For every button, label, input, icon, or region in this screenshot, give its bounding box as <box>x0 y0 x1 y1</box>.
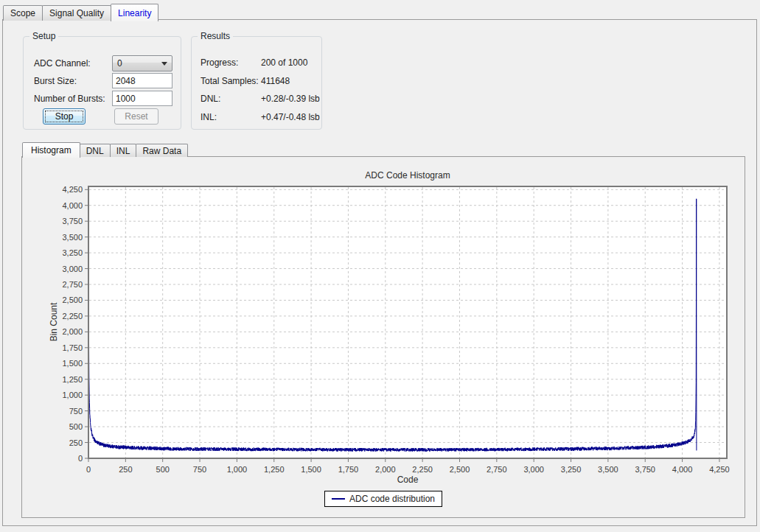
svg-text:750: 750 <box>69 407 83 416</box>
svg-text:1,250: 1,250 <box>62 375 83 384</box>
legend-entry-label: ADC code distribution <box>349 494 435 504</box>
chevron-down-icon <box>161 62 167 66</box>
stop-button[interactable]: Stop <box>43 108 86 125</box>
chart-tab-strip: Histogram DNL INL Raw Data <box>22 142 188 157</box>
tab-scope[interactable]: Scope <box>3 5 43 21</box>
svg-text:1,000: 1,000 <box>62 391 83 399</box>
svg-text:2,500: 2,500 <box>450 465 470 474</box>
adc-channel-label: ADC Channel: <box>34 58 91 69</box>
tab-raw-data[interactable]: Raw Data <box>136 144 188 157</box>
svg-text:2,250: 2,250 <box>412 465 433 474</box>
tab-dnl[interactable]: DNL <box>80 144 111 157</box>
svg-text:2,750: 2,750 <box>487 465 507 474</box>
setup-groupbox: Setup ADC Channel: 0 Burst Size: Number … <box>23 36 181 130</box>
dnl-value: +0.28/-0.39 lsb <box>261 94 320 104</box>
histogram-tab-panel: ADC Code Histogram Bin Count 02505007501… <box>21 156 745 518</box>
svg-text:3,500: 3,500 <box>598 465 618 474</box>
inl-label: INL: <box>201 112 217 122</box>
results-group-title: Results <box>198 31 233 41</box>
legend-line-sample-icon <box>332 498 345 500</box>
svg-text:3,000: 3,000 <box>62 265 83 273</box>
svg-text:3,250: 3,250 <box>62 248 83 257</box>
svg-text:1,500: 1,500 <box>62 359 83 368</box>
svg-text:2,250: 2,250 <box>62 312 83 321</box>
tab-histogram[interactable]: Histogram <box>22 142 80 158</box>
svg-text:250: 250 <box>119 465 132 474</box>
svg-text:3,750: 3,750 <box>62 217 83 225</box>
setup-group-title: Setup <box>29 31 58 41</box>
total-samples-label: Total Samples: <box>201 76 259 86</box>
svg-text:2,000: 2,000 <box>375 465 396 474</box>
svg-text:1,250: 1,250 <box>264 465 285 474</box>
adc-channel-selected-value: 0 <box>117 58 161 69</box>
number-of-bursts-input[interactable] <box>112 91 172 106</box>
tab-signal-quality[interactable]: Signal Quality <box>42 5 111 21</box>
svg-text:750: 750 <box>193 465 206 474</box>
total-samples-value: 411648 <box>261 76 290 86</box>
stop-button-label: Stop <box>55 111 74 122</box>
svg-text:3,000: 3,000 <box>523 465 544 474</box>
svg-text:2,750: 2,750 <box>62 280 83 289</box>
burst-size-input[interactable] <box>112 73 172 88</box>
svg-text:250: 250 <box>69 438 83 447</box>
svg-text:2,500: 2,500 <box>62 295 83 304</box>
tab-linearity[interactable]: Linearity <box>111 4 158 21</box>
number-of-bursts-label: Number of Bursts: <box>34 94 105 104</box>
chart-legend: ADC code distribution <box>324 491 442 507</box>
svg-text:4,250: 4,250 <box>709 465 730 474</box>
progress-label: Progress: <box>201 57 238 68</box>
progress-value: 200 of 1000 <box>261 57 307 68</box>
svg-text:3,750: 3,750 <box>635 465 655 474</box>
svg-text:1,000: 1,000 <box>227 465 248 474</box>
reset-button[interactable]: Reset <box>114 108 158 125</box>
svg-text:1,750: 1,750 <box>62 343 83 352</box>
svg-text:500: 500 <box>69 422 83 431</box>
dnl-label: DNL: <box>201 94 220 104</box>
x-axis-label: Code <box>88 475 727 485</box>
svg-text:4,000: 4,000 <box>672 465 693 474</box>
svg-text:500: 500 <box>156 465 170 474</box>
svg-text:4,000: 4,000 <box>62 201 83 210</box>
svg-text:2,000: 2,000 <box>62 327 83 336</box>
tab-inl[interactable]: INL <box>110 144 137 157</box>
svg-text:0: 0 <box>78 454 83 463</box>
inl-value: +0.47/-0.48 lsb <box>261 112 320 122</box>
svg-text:1,750: 1,750 <box>338 465 359 474</box>
svg-text:3,500: 3,500 <box>62 233 83 242</box>
results-groupbox: Results Progress: 200 of 1000 Total Samp… <box>191 36 322 130</box>
svg-text:3,250: 3,250 <box>561 465 582 474</box>
svg-text:1,500: 1,500 <box>301 465 321 474</box>
adc-channel-select[interactable]: 0 <box>112 55 172 71</box>
svg-text:0: 0 <box>86 465 91 474</box>
main-tab-strip: Scope Signal Quality Linearity <box>3 4 158 21</box>
histogram-chart-canvas[interactable]: 02505007501,0001,2501,5001,7502,0002,250… <box>22 157 745 517</box>
burst-size-label: Burst Size: <box>34 76 77 86</box>
svg-text:4,250: 4,250 <box>62 185 83 194</box>
